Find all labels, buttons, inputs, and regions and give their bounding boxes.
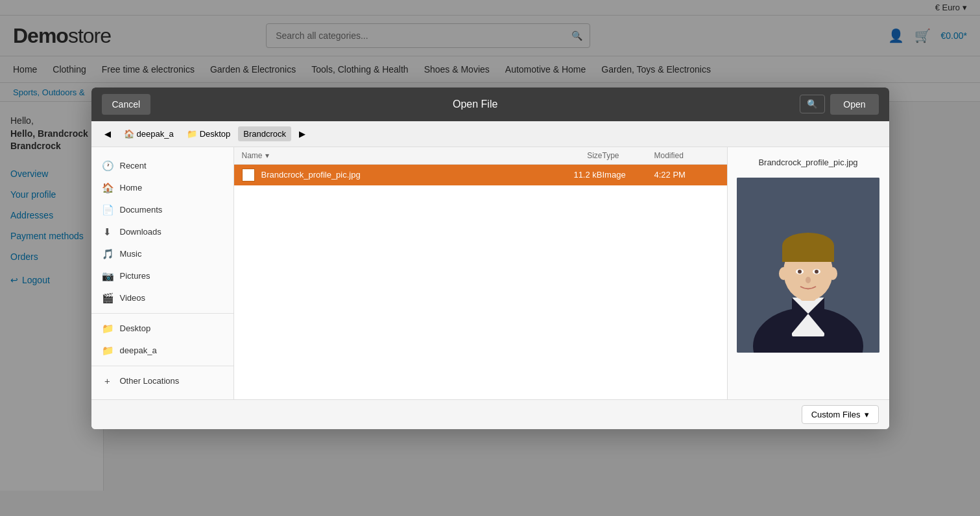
- dialog-search-button[interactable]: 🔍: [800, 95, 825, 113]
- breadcrumb-desktop[interactable]: 📁 Desktop: [182, 126, 236, 141]
- open-button[interactable]: Open: [830, 94, 878, 115]
- music-icon: 🎵: [102, 248, 114, 260]
- home-icon: 🏠: [124, 129, 134, 139]
- recent-icon: 🕐: [102, 160, 114, 172]
- dialog-overlay: Cancel Open File 🔍 Open ◀ 🏠 deepak_a 📁 D…: [0, 0, 980, 491]
- sidebar-recent[interactable]: 🕐 Recent: [91, 155, 233, 177]
- desktop-icon: 📁: [102, 323, 114, 334]
- documents-icon: 📄: [102, 204, 114, 216]
- other-locations-icon: +: [102, 375, 114, 386]
- preview-filename: Brandcrock_profile_pic.jpg: [758, 158, 857, 167]
- col-modified-header: Modified: [654, 151, 719, 160]
- breadcrumb-desktop-label: Desktop: [200, 129, 231, 139]
- deepak-folder-icon: 📁: [102, 345, 114, 357]
- file-modified: 4:22 PM: [654, 170, 719, 180]
- sidebar-recent-label: Recent: [120, 161, 147, 170]
- sidebar-music[interactable]: 🎵 Music: [91, 243, 233, 265]
- sidebar-home-label: Home: [120, 183, 143, 193]
- dialog-title: Open File: [150, 99, 800, 110]
- file-list-header: Name ▾ Size Type Modified: [234, 147, 727, 165]
- downloads-icon: ⬇: [102, 226, 114, 238]
- sidebar-pictures-label: Pictures: [120, 271, 150, 281]
- sidebar-deepak-a[interactable]: 📁 deepak_a: [91, 340, 233, 362]
- sidebar-desktop-label: Desktop: [120, 323, 151, 333]
- col-type-header: Type: [603, 151, 654, 160]
- pictures-icon: 📷: [102, 270, 114, 282]
- file-type-icon: [242, 169, 255, 182]
- sort-arrow: ▾: [265, 151, 269, 160]
- sidebar-other-locations-label: Other Locations: [120, 376, 180, 386]
- sidebar-documents[interactable]: 📄 Documents: [91, 199, 233, 221]
- breadcrumb-back[interactable]: ◀: [99, 126, 116, 141]
- preview-image: [737, 178, 879, 353]
- svg-point-12: [815, 270, 819, 274]
- file-size: 11.2 kB: [551, 170, 603, 180]
- sidebar-divider: [91, 313, 233, 314]
- home-icon: 🏠: [102, 182, 114, 194]
- dialog-breadcrumb: ◀ 🏠 deepak_a 📁 Desktop Brandcrock ▶: [91, 121, 889, 147]
- file-preview: Brandcrock_profile_pic.jpg: [727, 147, 889, 399]
- sidebar-documents-label: Documents: [120, 205, 163, 215]
- breadcrumb-brandcrock-label: Brandcrock: [243, 129, 286, 139]
- file-sidebar: 🕐 Recent 🏠 Home 📄 Documents ⬇ Downloads …: [91, 147, 234, 399]
- custom-files-arrow: ▾: [865, 410, 869, 419]
- svg-point-11: [798, 270, 802, 274]
- sidebar-desktop[interactable]: 📁 Desktop: [91, 318, 233, 340]
- sidebar-videos-label: Videos: [120, 293, 146, 303]
- svg-rect-8: [782, 246, 834, 262]
- sidebar-videos[interactable]: 🎬 Videos: [91, 287, 233, 309]
- col-size-header: Size: [551, 151, 603, 160]
- videos-icon: 🎬: [102, 292, 114, 304]
- sidebar-downloads-label: Downloads: [120, 227, 161, 237]
- svg-point-14: [779, 267, 788, 280]
- open-file-dialog: Cancel Open File 🔍 Open ◀ 🏠 deepak_a 📁 D…: [91, 88, 889, 429]
- svg-point-15: [828, 267, 837, 280]
- sidebar-music-label: Music: [120, 249, 142, 259]
- sidebar-home[interactable]: 🏠 Home: [91, 177, 233, 199]
- col-name-label: Name: [242, 151, 263, 160]
- breadcrumb-forward[interactable]: ▶: [294, 126, 311, 141]
- breadcrumb-brandcrock[interactable]: Brandcrock: [238, 126, 291, 141]
- file-name: Brandcrock_profile_pic.jpg: [261, 170, 551, 180]
- folder-icon: 📁: [187, 129, 197, 139]
- sidebar-downloads[interactable]: ⬇ Downloads: [91, 221, 233, 243]
- sidebar-other-locations[interactable]: + Other Locations: [91, 370, 233, 392]
- file-type: Image: [603, 170, 654, 180]
- dialog-footer: Custom Files ▾: [91, 399, 889, 429]
- file-list-area: Name ▾ Size Type Modified Brandcrock_pro…: [234, 147, 727, 399]
- sidebar-pictures[interactable]: 📷 Pictures: [91, 265, 233, 287]
- breadcrumb-deepak-a[interactable]: 🏠 deepak_a: [119, 126, 179, 141]
- col-name-header[interactable]: Name ▾: [242, 151, 551, 160]
- dialog-header: Cancel Open File 🔍 Open: [91, 88, 889, 121]
- custom-files-label: Custom Files: [811, 410, 861, 419]
- sidebar-divider-2: [91, 366, 233, 366]
- file-item[interactable]: Brandcrock_profile_pic.jpg 11.2 kB Image…: [234, 165, 727, 185]
- file-list: Brandcrock_profile_pic.jpg 11.2 kB Image…: [234, 165, 727, 399]
- sidebar-deepak-label: deepak_a: [120, 346, 157, 355]
- svg-point-13: [806, 277, 811, 283]
- breadcrumb-deepak-label: deepak_a: [137, 129, 174, 139]
- cancel-button[interactable]: Cancel: [102, 94, 151, 115]
- custom-files-button[interactable]: Custom Files ▾: [802, 405, 879, 424]
- search-icon: 🔍: [807, 99, 818, 109]
- dialog-body: 🕐 Recent 🏠 Home 📄 Documents ⬇ Downloads …: [91, 147, 889, 399]
